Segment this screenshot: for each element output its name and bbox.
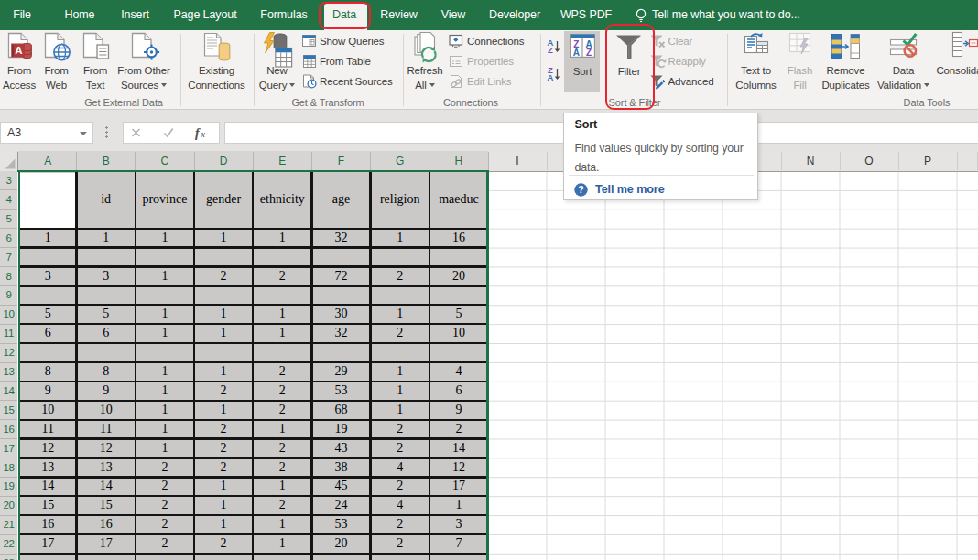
svg-text:?: ? <box>578 184 583 195</box>
svg-text:x: x <box>201 129 206 139</box>
svg-text:A: A <box>573 48 580 58</box>
svg-text:f: f <box>195 126 201 140</box>
svg-text:Z: Z <box>548 45 553 55</box>
svg-text:A: A <box>15 45 22 56</box>
svg-text:Z: Z <box>586 48 592 58</box>
